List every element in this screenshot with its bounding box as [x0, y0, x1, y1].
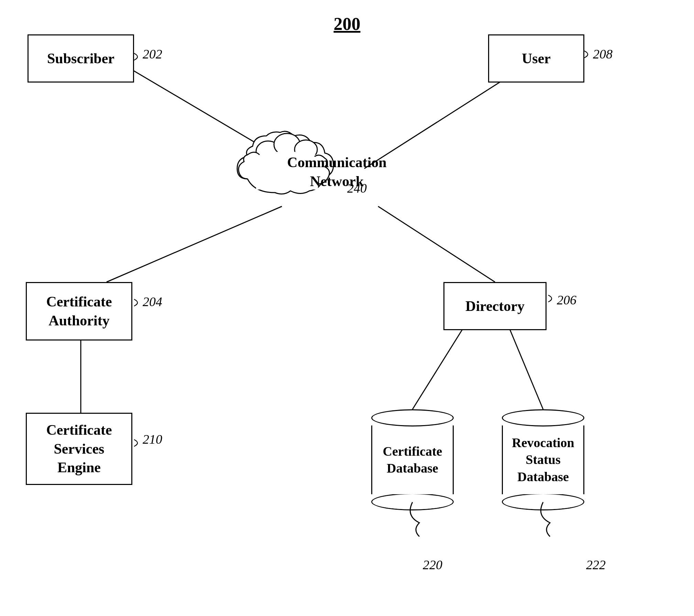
cert-authority-ref: 204	[143, 294, 162, 309]
subscriber-ref: 202	[143, 46, 162, 62]
svg-line-5	[412, 327, 464, 409]
svg-line-0	[110, 57, 299, 169]
revocation-database: RevocationStatusDatabase	[502, 409, 584, 510]
svg-line-2	[107, 206, 282, 282]
svg-point-8	[274, 133, 300, 155]
cert-authority-box: CertificateAuthority	[26, 282, 132, 341]
svg-line-6	[509, 327, 543, 409]
svg-point-12	[248, 151, 324, 189]
diagram-title: 200	[334, 14, 361, 34]
user-ref: 208	[593, 46, 613, 62]
diagram: 200	[0, 0, 694, 616]
svg-text:240: 240	[347, 181, 367, 195]
cert-database: CertificateDatabase	[371, 409, 454, 510]
cert-db-ref: 220	[423, 557, 442, 572]
directory-ref: 206	[557, 292, 576, 307]
svg-point-9	[295, 140, 317, 159]
subscriber-box: Subscriber	[27, 34, 134, 83]
directory-box: Directory	[443, 282, 547, 330]
user-box: User	[488, 34, 584, 83]
svg-rect-10	[256, 155, 318, 189]
cse-ref: 210	[143, 432, 162, 447]
revoc-db-ref: 222	[586, 557, 606, 572]
cse-box: CertificateServicesEngine	[26, 413, 132, 485]
svg-point-7	[256, 141, 280, 162]
comm-network-label: CommunicationNetwork	[241, 153, 433, 191]
svg-line-3	[378, 206, 495, 282]
